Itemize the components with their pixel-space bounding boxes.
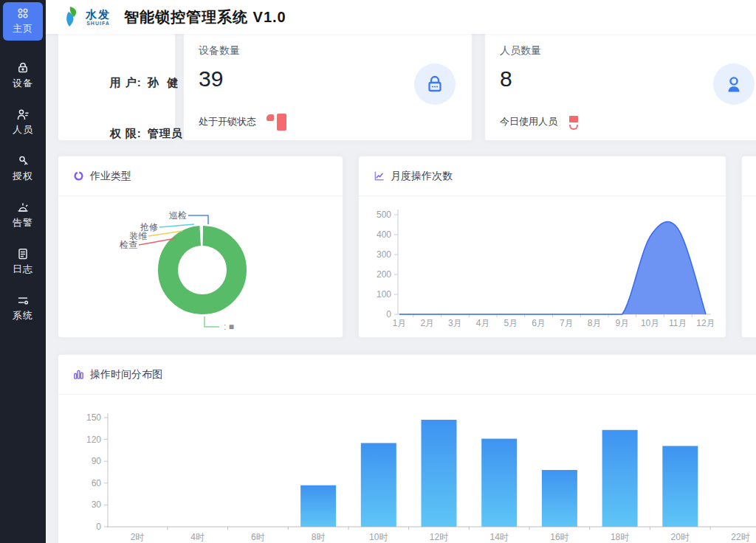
device-count-card: 设备数量 39 处于开锁状态 <box>183 32 472 141</box>
sidebar-nav: 主页设备人员授权告警日志系统 <box>0 0 46 328</box>
job-type-chart-card: 作业类型 巡检抢修装维检查: ■ <box>58 156 343 338</box>
svg-text:4月: 4月 <box>476 318 490 328</box>
job-type-donut-chart: 巡检抢修装维检查: ■ <box>58 196 343 341</box>
role-label: 权 限: <box>110 127 142 139</box>
user-row: 用 户:孙 健 <box>72 63 175 103</box>
svg-text:120: 120 <box>86 435 101 445</box>
svg-text:18时: 18时 <box>611 532 629 542</box>
svg-text:200: 200 <box>377 269 391 280</box>
svg-text:8月: 8月 <box>588 318 602 328</box>
red-glyph <box>569 125 578 130</box>
app-root: 水发 SHUIFA 智能锁控管理系统 V1.0 主页设备人员授权告警日志系统 用… <box>0 0 756 543</box>
svg-text:30: 30 <box>92 499 102 510</box>
sidebar-item-label: 设备 <box>3 77 43 90</box>
device-count-value: 39 <box>199 66 223 91</box>
sidebar-item-label: 人员 <box>3 123 43 136</box>
time-distribution-title: 操作时间分布图 <box>90 368 162 381</box>
sidebar-item-label: 日志 <box>3 263 43 276</box>
logo-text-en: SHUIFA <box>86 21 111 26</box>
svg-text:1月: 1月 <box>393 318 407 328</box>
sidebar-item-auth[interactable]: 授权 <box>3 150 43 188</box>
svg-text:6月: 6月 <box>532 318 546 328</box>
user-info-card: 用 户:孙 健 权 限:管理员 <box>58 32 176 141</box>
sidebar-item-device[interactable]: 设备 <box>3 57 43 95</box>
donut-svg: 巡检抢修装维检查: ■ <box>58 196 343 338</box>
people-count-card: 人员数量 8 今日使用人员 <box>484 32 756 141</box>
lock-icon <box>3 60 43 75</box>
sidebar-item-log[interactable]: 日志 <box>3 243 43 281</box>
bar-12时 <box>422 420 457 527</box>
bar-16时 <box>542 470 577 527</box>
role-value: 管理员 <box>148 127 183 139</box>
bar-chart-icon <box>73 369 84 380</box>
sidebar-item-alarm[interactable]: 告警 <box>3 196 43 235</box>
svg-text:5月: 5月 <box>504 318 518 328</box>
donut-label: 检查 <box>119 240 137 250</box>
grid-icon <box>3 6 43 21</box>
device-footer-label: 处于开锁状态 <box>199 115 256 128</box>
partial-chart-card <box>741 156 756 338</box>
person-icon-badge <box>713 63 755 105</box>
time-distribution-bar-chart: 03060901201502时4时6时8时10时12时14时16时18时20时2… <box>58 395 756 543</box>
page-title: 智能锁控管理系统 V1.0 <box>124 7 286 27</box>
bar-18时 <box>602 430 638 527</box>
list-dot-icon <box>3 293 43 308</box>
sidebar-item-person[interactable]: 人员 <box>3 103 43 142</box>
sidebar-item-system[interactable]: 系统 <box>3 289 43 328</box>
red-glyph <box>277 114 286 131</box>
svg-text:400: 400 <box>377 229 391 240</box>
svg-text:150: 150 <box>86 412 101 423</box>
user-value: 孙 健 <box>148 76 179 89</box>
svg-text:300: 300 <box>377 249 391 260</box>
monthly-ops-title: 月度操作次数 <box>391 170 453 183</box>
sidebar-item-label: 主页 <box>3 22 43 35</box>
svg-text:0: 0 <box>96 522 101 532</box>
logo-text-cn: 水发 <box>86 9 111 20</box>
svg-text:20时: 20时 <box>671 532 690 542</box>
bar-svg: 03060901201502时4时6时8时10时12时14时16时18时20时2… <box>58 395 756 543</box>
bar-20时 <box>662 446 698 527</box>
svg-text:9月: 9月 <box>615 318 629 328</box>
sidebar-item-home[interactable]: 主页 <box>3 2 43 41</box>
lock-icon-badge <box>414 63 456 105</box>
svg-text:0: 0 <box>386 309 391 319</box>
bar-8时 <box>300 485 336 527</box>
svg-text:11月: 11月 <box>669 318 687 328</box>
svg-text:6时: 6时 <box>251 532 265 542</box>
svg-text:7月: 7月 <box>560 318 574 328</box>
area-svg: 01002003004005001月2月3月4月5月6月7月8月9月10月11月… <box>359 196 726 338</box>
svg-text:10时: 10时 <box>369 532 388 542</box>
monthly-ops-chart-card: 月度操作次数 01002003004005001月2月3月4月5月6月7月8月9… <box>358 156 726 338</box>
alarm-icon <box>3 200 43 215</box>
donut-main-label: : ■ <box>224 322 234 332</box>
red-glyph <box>569 116 578 122</box>
sidebar-item-label: 授权 <box>3 170 43 183</box>
device-count-title: 设备数量 <box>199 44 240 58</box>
svg-text:14时: 14时 <box>490 532 509 542</box>
people-footer-label: 今日使用人员 <box>500 115 557 128</box>
donut-label: 巡检 <box>169 210 187 221</box>
monthly-ops-area-chart: 01002003004005001月2月3月4月5月6月7月8月9月10月11月… <box>359 196 726 341</box>
svg-text:100: 100 <box>377 289 391 300</box>
red-glyph <box>267 114 274 121</box>
svg-text:4时: 4时 <box>190 532 205 542</box>
bar-14时 <box>481 439 517 527</box>
person-icon <box>723 73 745 95</box>
app-header: 水发 SHUIFA 智能锁控管理系统 V1.0 <box>46 0 756 34</box>
svg-text:60: 60 <box>92 478 102 488</box>
svg-text:12时: 12时 <box>430 532 448 542</box>
time-distribution-chart-card: 操作时间分布图 03060901201502时4时6时8时10时12时14时16… <box>58 354 756 543</box>
person-list-icon <box>3 107 43 122</box>
key-icon <box>3 153 43 168</box>
job-type-title: 作业类型 <box>90 170 131 183</box>
svg-text:3月: 3月 <box>448 318 462 328</box>
user-label: 用 户: <box>110 76 142 89</box>
people-count-value: 8 <box>500 66 512 91</box>
people-count-title: 人员数量 <box>500 44 541 58</box>
svg-text:22时: 22时 <box>731 532 749 542</box>
role-row: 权 限:管理员 <box>72 114 175 153</box>
svg-text:2月: 2月 <box>420 318 434 328</box>
svg-text:90: 90 <box>92 456 102 466</box>
line-chart-icon <box>374 170 385 181</box>
donut-chart-icon <box>73 170 84 181</box>
